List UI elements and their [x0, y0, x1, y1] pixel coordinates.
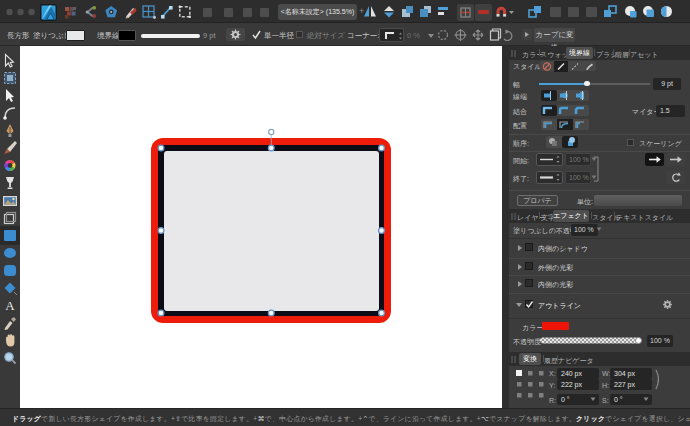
svg-text:A: A [5, 298, 15, 313]
